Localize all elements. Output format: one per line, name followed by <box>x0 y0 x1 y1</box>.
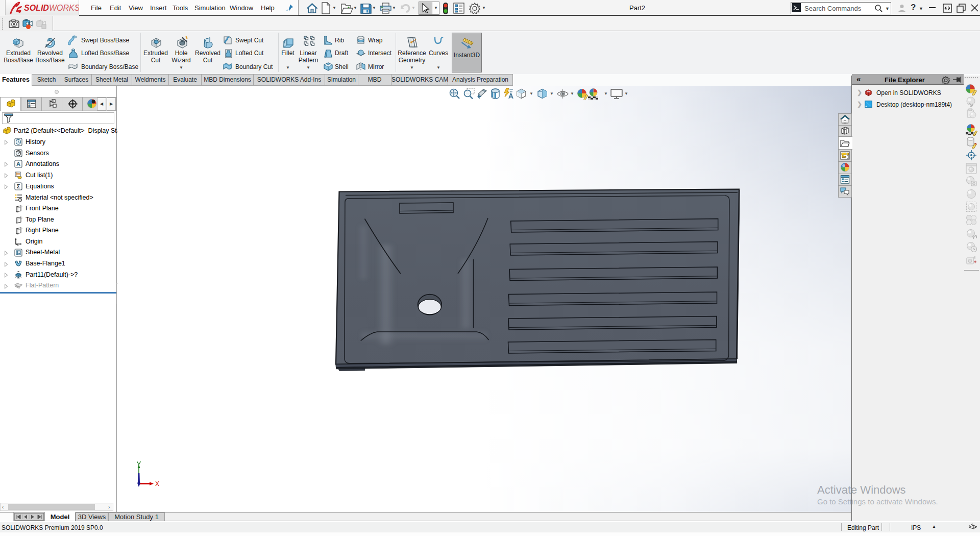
svg-text:A: A <box>16 161 20 167</box>
svg-text:X: X <box>155 480 159 488</box>
svg-text:Σ: Σ <box>17 183 20 189</box>
svg-text:SW: SW <box>867 90 870 93</box>
